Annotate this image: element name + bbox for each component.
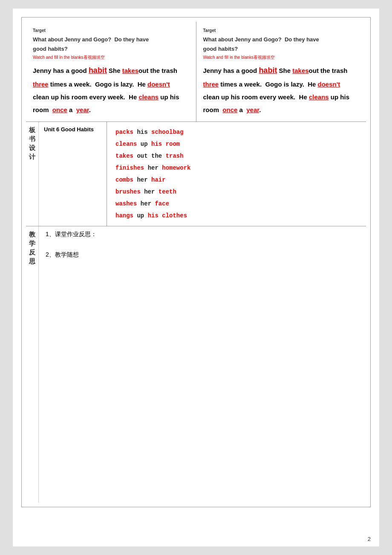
- vocab-line-5: combs her hair: [115, 174, 357, 186]
- reflection-item-1-label: 1、课堂作业反思：: [46, 231, 359, 238]
- top-section: Target What about Jenny and Gogo? Do the…: [26, 22, 366, 122]
- board-section: 板 书 设 计 Unit 6 Good Habits packs his sch…: [26, 122, 366, 226]
- reflection-char-3: 反: [29, 249, 35, 257]
- target-title-1: What about Jenny and Gogo? Do they haveg…: [33, 35, 189, 54]
- board-char-4: 计: [29, 153, 35, 161]
- watch-note-2: Watch and fill in the blanks看视频填空: [203, 54, 360, 61]
- reflection-side-label: 教 学 反 思: [26, 226, 39, 503]
- board-content: Unit 6 Good Habits packs his schoolbag c…: [39, 122, 366, 226]
- reflection-char-1: 教: [29, 231, 35, 239]
- main-border: Target What about Jenny and Gogo? Do the…: [21, 17, 371, 507]
- target-label-2: Target: [203, 27, 360, 34]
- target-title-2: What about Jenny and Gogo? Do they haveg…: [203, 35, 360, 54]
- unit-cell: Unit 6 Good Habits: [39, 122, 107, 226]
- vocab-line-3: takes out the trash: [115, 150, 357, 162]
- board-side-label: 板 书 设 计: [26, 122, 39, 226]
- watch-note-1: Watch and fill in the blanks看视频填空: [33, 54, 189, 61]
- reflection-item-2-label: 2、教学随想: [46, 251, 359, 259]
- target-box-1: Target What about Jenny and Gogo? Do the…: [26, 22, 196, 121]
- vocab-line-2: cleans up his room: [115, 138, 357, 150]
- reflection-item-1: 1、课堂作业反思：: [46, 231, 359, 238]
- fill-text-2: Jenny has a good habit She takesout the …: [203, 63, 360, 116]
- vocab-cell: packs his schoolbag cleans up his room t…: [107, 122, 366, 226]
- target-label-1: Target: [33, 27, 189, 34]
- vocab-line-1: packs his schoolbag: [115, 126, 357, 138]
- reflection-content: 1、课堂作业反思： 2、教学随想: [39, 226, 366, 503]
- vocab-line-7: washes her face: [115, 198, 357, 210]
- reflection-section: 教 学 反 思 1、课堂作业反思： 2、教学随想: [26, 226, 366, 503]
- vocab-line-6: brushes her teeth: [115, 186, 357, 198]
- reflection-char-4: 思: [29, 257, 35, 266]
- page-number: 2: [368, 536, 371, 542]
- target-box-2: Target What about Jenny and Gogo? Do the…: [196, 22, 366, 121]
- board-char-3: 设: [29, 144, 35, 152]
- vocab-line-8: hangs up his clothes: [115, 210, 357, 222]
- vocab-line-4: finishes her homework: [115, 162, 357, 174]
- board-char-2: 书: [29, 135, 35, 143]
- page: Target What about Jenny and Gogo? Do the…: [13, 9, 379, 546]
- fill-text-1: Jenny has a good habit She takesout the …: [33, 63, 189, 116]
- reflection-item-2: 2、教学随想: [46, 251, 359, 259]
- reflection-char-2: 学: [29, 240, 35, 248]
- board-char-1: 板: [29, 126, 35, 134]
